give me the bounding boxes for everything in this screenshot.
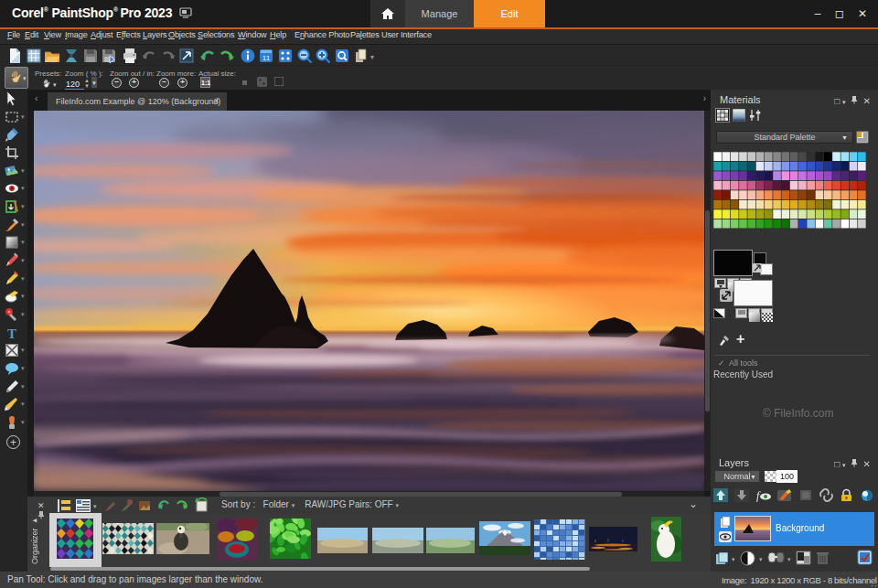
svg-text:11: 11 <box>262 54 271 62</box>
svg-text:T: T <box>7 326 16 341</box>
